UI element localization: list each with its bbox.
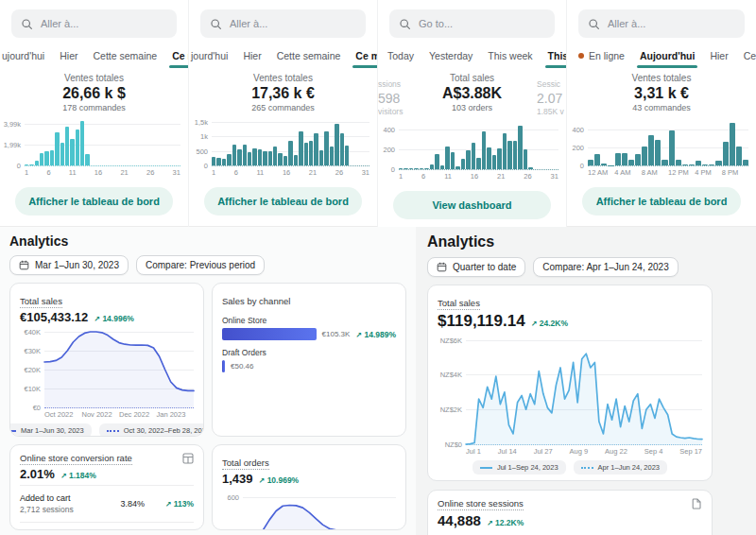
view-dashboard-button[interactable]: View dashboard [393, 191, 551, 219]
global-search[interactable]: Aller à... [11, 9, 177, 38]
y-axis-label: NZ$2K [440, 406, 462, 414]
x-axis-label: 26 [524, 172, 531, 181]
search-icon [210, 18, 222, 30]
x-axis-label: Aug 22 [605, 447, 627, 456]
comparison-baseline [588, 165, 748, 166]
tab-ce-mois-ci[interactable]: Ce mois-ci [348, 43, 377, 68]
online-dot-icon [578, 53, 584, 59]
bars [212, 120, 369, 165]
calendar-icon [19, 260, 29, 270]
tab-jourd-hui[interactable]: jourd'hui [189, 43, 235, 68]
legend-item[interactable]: Mar 1–Jun 30, 2023 [9, 423, 92, 437]
bar [642, 147, 647, 165]
bar [445, 147, 449, 169]
compare-button[interactable]: Compare: Previous period [136, 255, 265, 275]
metric-label: Ventes totales [0, 73, 188, 83]
tab-hier[interactable]: Hier [235, 43, 268, 68]
tab-hier[interactable]: Hier [702, 43, 735, 68]
x-axis-label: 21 [120, 168, 128, 177]
x-axis-label: Oct 2022 [44, 410, 82, 419]
store-panel-2: Aller à... jourd'huiHierCette semaineCe … [189, 0, 378, 227]
card-title: Online store sessions [438, 498, 524, 510]
date-range-button[interactable]: Mar 1–Jun 30, 2023 [9, 255, 129, 275]
chart-legend: Mar 1–Jun 30, 2023Oct 30, 2022–Feb 28, 2… [20, 423, 194, 437]
tab-this-month[interactable]: This month [541, 43, 566, 68]
bar [314, 133, 318, 165]
bar [524, 149, 527, 169]
tab-ujourd-hui[interactable]: ujourd'hui [0, 43, 52, 68]
delta-badge: ↗ 1.184% [60, 471, 96, 480]
tab-cette-semaine[interactable]: Cette semaine [85, 43, 164, 68]
comparison-baseline [25, 165, 180, 166]
metric-label: Total sales [407, 73, 537, 83]
x-axis-label: 6 [421, 172, 425, 181]
y-axis-label: 1,99k [4, 141, 21, 149]
metric-label: Ventes totales [567, 73, 756, 83]
bar [730, 123, 735, 165]
tab-cette-semaine[interactable]: Cette semaine [269, 43, 349, 68]
x-axis-label: Jul 27 [534, 447, 553, 456]
tab-ce-mois-ci[interactable]: Ce mois-ci [164, 43, 188, 68]
y-axis-label: 400 [227, 528, 239, 531]
y-axis-label: 600 [227, 492, 239, 501]
bar [466, 150, 470, 169]
bar [507, 141, 511, 169]
y-axis-label: 200 [383, 146, 395, 154]
x-axis-label: Sep 4 [644, 447, 663, 456]
y-axis-label: NZ$4K [440, 371, 462, 379]
y-axis-label: 400 [383, 126, 395, 134]
store-panel-1: Aller à... ujourd'huiHierCette semaineCe… [0, 0, 189, 227]
tab-hier[interactable]: Hier [52, 43, 85, 68]
file-icon[interactable] [691, 498, 702, 509]
total-sales-line-chart: NZ$6KNZ$4KNZ$2KNZ$0Jul 1Jul 14Jul 27Aug … [438, 335, 702, 456]
delta-badge: ↗ 12.2K% [487, 518, 524, 527]
view-dashboard-button[interactable]: Afficher le tableau de bord [582, 187, 741, 216]
online-status-label: En ligne [589, 50, 625, 61]
analytics-row: Analytics Mar 1–Jun 30, 2023 Compare: Pr… [0, 227, 756, 535]
bar [212, 157, 215, 165]
bar [655, 140, 661, 165]
channel-value: €105.3K [322, 330, 351, 338]
legend-item[interactable]: Apr 1–Jun 24, 2023 [574, 460, 667, 475]
tab-this-week[interactable]: This week [480, 43, 540, 68]
bar [294, 155, 298, 165]
comparison-baseline [399, 169, 558, 170]
comparison-baseline [466, 444, 702, 445]
global-search[interactable]: Go to... [389, 9, 555, 38]
compare-button[interactable]: Compare: Apr 1–Jun 24, 2023 [533, 257, 678, 277]
channel-bar [222, 360, 225, 372]
bar [309, 141, 313, 165]
funnel-row: Added to cart2,712 sessions 3.84% ↗ 113% [20, 485, 194, 522]
tab-cette-semain[interactable]: Cette semain [736, 43, 756, 68]
x-axis-label: 8 AM [642, 168, 668, 177]
x-axis-label: 6 [234, 168, 238, 177]
tab-yesterday[interactable]: Yesterday [421, 43, 480, 68]
bar [492, 155, 496, 169]
report-table-icon[interactable] [182, 453, 194, 464]
bar [487, 147, 490, 169]
legend-item[interactable]: Oct 30, 2022–Feb 28, 2023 [99, 423, 204, 437]
bar [518, 126, 522, 169]
view-dashboard-button[interactable]: Afficher le tableau de bord [15, 187, 173, 216]
metric-value: A$3.88K [407, 85, 537, 102]
tab-aujourd-hui[interactable]: Aujourd'hui [632, 43, 702, 68]
y-axis-label: €30K [24, 347, 41, 355]
bar [85, 154, 89, 165]
date-range-button[interactable]: Quarter to date [427, 257, 525, 277]
y-axis-label: €40K [24, 328, 41, 337]
global-search[interactable]: Aller à... [200, 9, 366, 38]
x-axis-label: 4 PM [695, 168, 721, 177]
increase-arrow-icon: ↗ [259, 476, 266, 485]
x-axis-label: 4 AM [614, 168, 641, 177]
view-dashboard-button[interactable]: Afficher le tableau de bord [204, 187, 362, 216]
online-status[interactable]: En ligne [569, 50, 632, 61]
next-stat-partial: Sessic 2.07 1.85K v [537, 79, 566, 116]
bar [232, 145, 236, 165]
tab-today[interactable]: Today [380, 43, 421, 68]
conversion-value: 2.01% [20, 467, 55, 481]
global-search[interactable]: Aller à... [578, 9, 745, 38]
increase-arrow-icon: ↗ [94, 315, 100, 323]
store-panel-3: Go to... TodayYesterdayThis weekThis mon… [378, 0, 567, 227]
legend-item[interactable]: Jul 1–Sep 24, 2023 [472, 460, 566, 475]
bar [622, 153, 627, 165]
